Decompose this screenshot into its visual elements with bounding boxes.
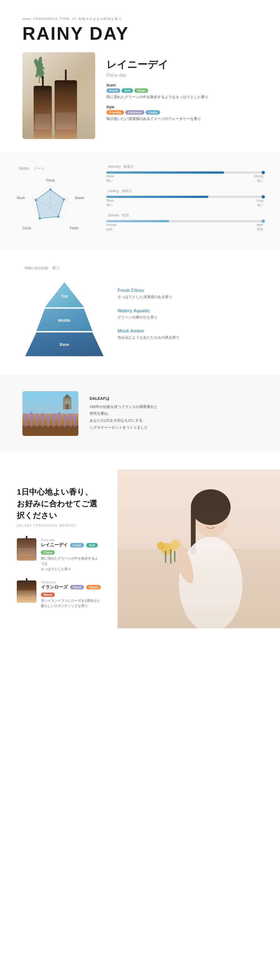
memory-section: 1日中心地よい香り、お好みに合わせてご選択ください DALEAF FRAGRAN… [0,453,280,645]
accord-item-top: Fresh Citrus さっぱりとした清潔感のある香り [118,288,258,300]
product-info-rainy: Rainy day レイニーデイ Fresh Soft Clean 雨に濡れたグ… [41,538,101,572]
svg-point-40 [58,412,61,420]
notes-right: Intensity 発香力 Weak Strong 弱い 強い [106,164,263,239]
scent-row: Scent Fresh Soft Clean 雨に濡れたグリーンの中を散歩するよ… [106,83,258,100]
accord-item-base: Musk Amber 包み込むようなあたたかみの残る香り [118,329,258,340]
lasting-label: Lasting 持続力 [106,188,263,194]
product-thumb-rainy [17,538,37,561]
svg-marker-48 [63,394,71,398]
building-silhouette [62,393,75,409]
memory-subtitle: DALEAF FRAGRANCE MEMORY [17,524,101,527]
accord-name-middle: Watery Aquatic [118,309,258,313]
intensity-bar-labels: Weak Strong [106,175,263,178]
svg-point-62 [170,540,180,550]
svg-point-38 [52,413,56,420]
svg-rect-64 [165,551,166,563]
product-images [22,52,95,142]
memory-right [118,469,280,628]
svg-rect-52 [118,469,280,628]
svg-point-28 [24,413,27,421]
lasting-bar-container: Short Long 弱い 強い [106,196,263,207]
radar-label-musk: Musk [17,196,25,200]
radar-label-sweet: Sweet [75,196,84,200]
accord-desc-base: 包み込むようなあたたかみの残る香り [118,335,258,340]
style-tags: Friendly Kindness Lively [106,110,258,115]
svg-text:Middle: Middle [58,318,71,323]
style-label: Style [106,105,258,109]
intensity-label: Intensity 発香力 [106,164,263,169]
tag-soft-2: Soft [86,543,98,547]
svg-rect-66 [174,551,175,562]
intensity-bar-track [106,172,263,173]
radar-chart: Floral Sweet Fresh Citrus Musk [17,177,84,239]
accord-desc-middle: グリーンの爽やかな香り [118,315,258,320]
svg-point-34 [41,413,44,420]
product-name-ylang: イランローズ Floral Sweet Warm [41,584,101,597]
product-list-item-ylang: Ylang rose イランローズ Floral Sweet Warm 甘いイラ… [17,581,101,609]
tag-clean: Clean [134,88,148,93]
scent-tags: Fresh Soft Clean [106,88,258,93]
product-type-ylang: Ylang rose [41,581,101,584]
hero-content: レイニーデイ Rainy day Scent Fresh Soft Clean … [22,52,258,142]
intensity-pointer [261,171,265,174]
svg-point-42 [64,414,66,421]
lasting-bar-labels-jp: 弱い 強い [106,203,263,207]
gender-bar-labels-jp: 女性 男性 [106,228,263,232]
lasting-bar-fill [106,196,208,198]
gender-pointer [261,220,265,223]
gender-bar-labels: Female Male [106,223,263,226]
svg-point-36 [47,415,50,422]
tag-clean-2: Clean [41,550,55,555]
svg-point-16 [63,198,65,200]
product-img-bg [22,52,95,139]
svg-rect-26 [22,426,78,436]
svg-text:Top: Top [61,294,68,298]
lasting-bar-labels: Short Long [106,199,263,202]
gender-bar-container: Female Male 女性 男性 [106,220,263,232]
intensity-bar-fill [106,172,224,173]
woman-illustration [118,469,280,628]
svg-point-61 [161,543,173,555]
product-list-item-rainy: Rainy day レイニーデイ Fresh Soft Clean 雨に濡れたグ… [17,538,101,572]
svg-point-18 [38,217,41,220]
tag-sweet: Sweet [86,585,101,589]
svg-rect-51 [66,404,69,409]
bottle-1 [34,76,52,139]
style-row: Style Friendly Kindness Lively 毎日使いたい清潔感… [106,105,258,122]
svg-point-46 [74,415,76,422]
accord-desc-top: さっぱりとした清潔感のある香り [118,294,258,300]
svg-text:Base: Base [60,342,69,347]
brand-text: DALEAFは 160年の伝統を持つフランスの調香業社と研究を重ね、あなたの1日… [90,396,258,431]
tag-kindness: Kindness [125,110,145,115]
svg-point-30 [30,412,33,419]
svg-rect-65 [170,550,171,564]
notes-section: Notes ノート [0,153,280,250]
notes-left: Notes ノート [17,164,95,239]
brand-image [22,391,78,436]
lasting-pointer [261,195,265,199]
pyramid-right: Fresh Citrus さっぱりとした清潔感のある香り Watery Aqua… [118,288,258,349]
svg-point-68 [214,519,217,522]
brand-name: DALEAFは [90,396,258,401]
tag-soft: Soft [122,88,133,93]
tag-warm: Warm [41,592,55,597]
pyramid-svg: Top Middle Base [22,277,106,360]
brand-section: DALEAFは 160年の伝統を持つフランスの調香業社と研究を重ね、あなたの1日… [0,374,280,453]
svg-rect-53 [118,469,280,549]
pyramid-visual: Top Middle Base [22,277,106,360]
svg-point-44 [69,413,72,420]
tag-lively: Lively [146,110,160,115]
tag-fresh: Fresh [106,88,120,93]
accord-item-middle: Watery Aquatic グリーンの爽やかな香り [118,309,258,320]
svg-point-32 [35,414,38,421]
svg-point-67 [205,519,207,522]
style-desc: 毎日使いたい清潔感のあるイメージのウォータリーな香り [106,116,258,122]
hero-info: レイニーデイ Rainy day Scent Fresh Soft Clean … [106,52,258,127]
product-info-ylang: Ylang rose イランローズ Floral Sweet Warm 甘いイラ… [41,581,101,609]
intensity-row: Intensity 発香力 Weak Strong 弱い 強い [106,164,263,183]
svg-point-57 [191,489,231,525]
brand-desc: 160年の伝統を持つフランスの調香業社と研究を重ね、あなたの1日を大切なものにす… [90,404,258,431]
svg-rect-58 [191,507,196,555]
product-desc-ylang: 甘いイランイランにローズを1滴加えた愛らしいロマンティックな香り [41,598,101,609]
radar-label-citrus: Citrus [22,226,31,230]
